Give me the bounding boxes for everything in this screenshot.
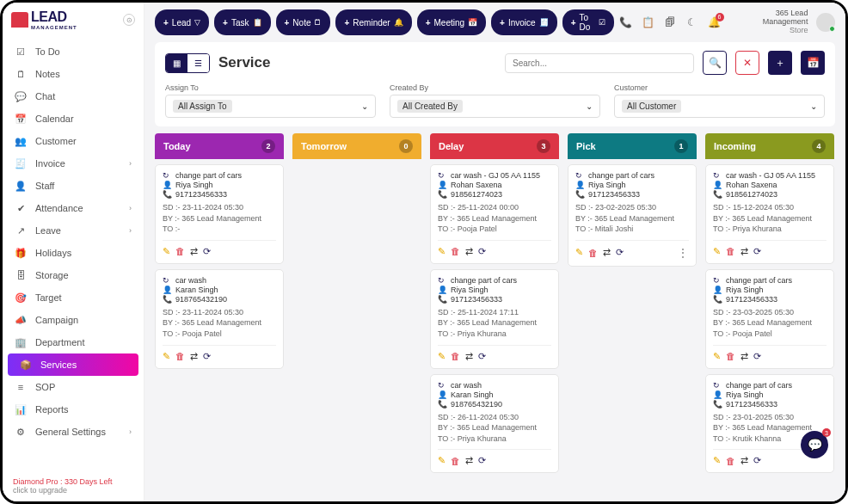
upgrade-link[interactable]: click to upgrade [13,486,133,495]
sidebar-item-staff[interactable]: 👤Staff [3,175,144,197]
edit-icon[interactable]: ✎ [713,455,721,466]
calendar-icon[interactable]: 📋 [642,15,655,29]
sidebar-item-customer[interactable]: 👥Customer [3,130,144,152]
sidebar-item-holidays[interactable]: 🎁Holidays [3,242,144,264]
sidebar-item-attendance[interactable]: ✔Attendance› [3,197,144,219]
sidebar-item-reports[interactable]: 📊Reports [3,398,144,421]
edit-icon[interactable]: ✎ [438,351,446,362]
service-card[interactable]: ↻change part of cars 👤Riya Singh 📞917123… [430,269,559,369]
sidebar-item-campaign[interactable]: 📣Campaign [3,309,144,331]
call-icon[interactable]: 📞 [619,15,633,29]
delete-icon[interactable]: 🗑 [451,246,460,256]
filter-customer[interactable]: All Customer⌄ [614,95,825,118]
sync-icon[interactable]: ⟳ [478,246,486,257]
more-icon[interactable]: ⋮ [677,246,689,260]
moon-icon[interactable]: ☾ [685,15,699,29]
topbar-lead-button[interactable]: +Lead▽ [155,9,209,35]
calendar-button[interactable]: 📅 [801,51,825,75]
service-card[interactable]: ↻change part of cars 👤Riya Singh 📞917123… [155,164,284,264]
service-card[interactable]: ↻car wash - GJ 05 AA 1155 👤Rohan Saxena … [430,164,559,264]
filter-created-by[interactable]: All Created By⌄ [390,95,600,118]
edit-icon[interactable]: ✎ [163,351,170,362]
link-icon[interactable]: ⇄ [190,246,198,257]
sidebar-item-storage[interactable]: 🗄Storage [3,264,144,286]
nav-icon: 👤 [15,180,27,192]
delete-icon[interactable]: 🗑 [726,246,735,256]
link-icon[interactable]: ⇄ [740,246,748,257]
link-icon[interactable]: ⇄ [465,351,473,362]
sync-icon[interactable]: ⟳ [203,351,211,362]
card-title: car wash - GJ 05 AA 1155 [726,171,815,180]
link-icon[interactable]: ⇄ [465,246,473,257]
copy-icon[interactable]: 🗐 [663,15,677,29]
topbar-meeting-button[interactable]: +Meeting📅 [417,9,486,35]
list-view-btn[interactable]: ☰ [187,54,209,72]
topbar-task-button[interactable]: +Task📋 [214,9,270,35]
topbar-to-do-button[interactable]: +To Do☑ [562,9,614,35]
card-person: Karan Singh [175,286,218,294]
sync-icon[interactable]: ⟳ [753,246,761,257]
topbar-note-button[interactable]: +Note🗒 [276,9,331,35]
service-card[interactable]: ↻car wash 👤Karan Singh 📞918765432190 SD … [430,374,559,474]
search-button[interactable]: 🔍 [703,51,727,75]
service-card[interactable]: ↻change part of cars 👤Riya Singh 📞917123… [568,164,697,267]
delete-icon[interactable]: 🗑 [451,351,460,361]
sync-icon[interactable]: ⟳ [478,455,486,466]
delete-icon[interactable]: 🗑 [175,351,185,361]
nav-icon: ↗ [15,224,27,237]
card-actions: ✎ 🗑 ⇄ ⟳ ⋮ [575,240,689,260]
bell-icon[interactable]: 🔔6 [708,15,722,29]
delete-icon[interactable]: 🗑 [451,456,460,466]
sidebar-item-chat[interactable]: 💬Chat [3,85,144,108]
edit-icon[interactable]: ✎ [575,247,583,258]
link-icon[interactable]: ⇄ [603,247,611,258]
sync-icon[interactable]: ⟳ [478,351,486,362]
service-card[interactable]: ↻car wash - GJ 05 AA 1155 👤Rohan Saxena … [705,164,834,264]
logo-text: LEAD [31,9,67,24]
sidebar-item-sop[interactable]: ≡SOP [3,376,144,398]
clear-button[interactable]: ✕ [735,51,759,75]
link-icon[interactable]: ⇄ [190,351,198,362]
board-view-btn[interactable]: ▦ [166,54,187,72]
service-card[interactable]: ↻change part of cars 👤Riya Singh 📞917123… [705,269,834,369]
link-icon[interactable]: ⇄ [740,351,748,362]
link-icon[interactable]: ⇄ [465,455,473,466]
sidebar-item-to-do[interactable]: ☑To Do [3,40,144,63]
pin-icon[interactable]: ⊙ [123,14,135,26]
edit-icon[interactable]: ✎ [713,246,721,257]
avatar[interactable] [816,13,835,32]
edit-icon[interactable]: ✎ [438,455,446,466]
sync-icon[interactable]: ⟳ [753,455,761,466]
topbar-reminder-button[interactable]: +Reminder🔔 [335,9,411,35]
sidebar-item-general-settings[interactable]: ⚙General Settings› [3,421,144,443]
chat-fab[interactable]: 💬3 [801,431,828,458]
column-today: Today2 ↻change part of cars 👤Riya Singh … [155,133,284,491]
topbar-invoice-button[interactable]: +Invoice🧾 [491,9,557,35]
sync-icon[interactable]: ⟳ [753,351,761,362]
sidebar-item-leave[interactable]: ↗Leave› [3,219,144,242]
logo[interactable]: LEADMANAGEMENT [11,9,77,30]
link-icon[interactable]: ⇄ [740,455,748,466]
sidebar-item-invoice[interactable]: 🧾Invoice› [3,152,144,175]
sidebar-item-calendar[interactable]: 📅Calendar [3,108,144,130]
delete-icon[interactable]: 🗑 [726,351,735,361]
filter-assign-to[interactable]: All Assign To⌄ [165,95,376,118]
edit-icon[interactable]: ✎ [713,351,721,362]
delete-icon[interactable]: 🗑 [588,248,598,258]
sync-icon[interactable]: ⟳ [203,246,211,257]
delete-icon[interactable]: 🗑 [175,246,185,256]
edit-icon[interactable]: ✎ [438,246,446,257]
card-title: car wash [175,276,206,285]
add-button[interactable]: ＋ [768,51,792,75]
service-card[interactable]: ↻car wash 👤Karan Singh 📞918765432190 SD … [155,269,284,369]
delete-icon[interactable]: 🗑 [726,456,735,466]
sidebar-item-notes[interactable]: 🗒Notes [3,63,144,85]
card-phone: 918561274023 [726,190,777,199]
sidebar-item-department[interactable]: 🏢Department [3,331,144,353]
kanban-board: Today2 ↻change part of cars 👤Riya Singh … [144,133,845,501]
sidebar-item-services[interactable]: 📦Services [8,353,138,376]
sync-icon[interactable]: ⟳ [616,247,624,258]
sidebar-item-target[interactable]: 🎯Target [3,286,144,309]
search-input[interactable] [505,53,694,73]
edit-icon[interactable]: ✎ [163,246,170,257]
